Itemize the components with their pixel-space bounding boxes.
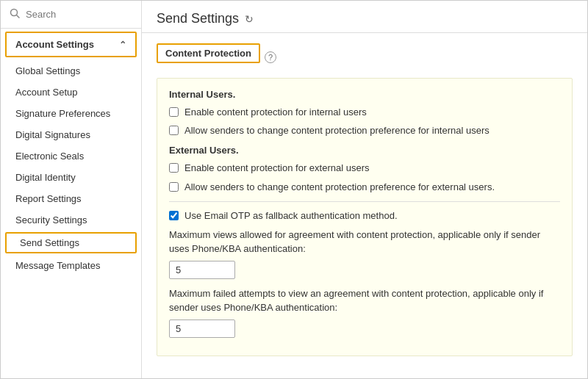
max-failed-input[interactable] (169, 320, 235, 338)
checkbox-label-otp: Use Email OTP as fallback authentication… (184, 209, 398, 223)
checkbox-external-allow[interactable] (169, 182, 179, 192)
search-icon (10, 8, 20, 21)
sidebar-item-account-setup[interactable]: Account Setup (1, 82, 141, 103)
max-views-input[interactable] (169, 261, 235, 279)
sidebar-item-message-templates[interactable]: Message Templates (1, 255, 141, 276)
svg-line-1 (17, 15, 20, 18)
account-settings-label: Account Settings (15, 39, 94, 50)
refresh-icon[interactable]: ↻ (245, 13, 254, 25)
account-settings-header[interactable]: Account Settings ⌃ (5, 32, 137, 57)
checkbox-internal-enable[interactable] (169, 107, 179, 117)
search-box (1, 1, 141, 29)
checkbox-row-internal-enable: Enable content protection for internal u… (169, 106, 560, 119)
sidebar-item-digital-identity[interactable]: Digital Identity (1, 167, 141, 188)
search-input[interactable] (26, 9, 132, 20)
max-views-input-wrap (169, 261, 560, 279)
sidebar-item-send-settings[interactable]: Send Settings (5, 232, 137, 253)
chevron-up-icon: ⌃ (119, 40, 126, 50)
content-protection-section-header: Content Protection (157, 43, 260, 63)
content-area: Internal Users. Enable content protectio… (157, 78, 573, 356)
checkbox-otp[interactable] (169, 211, 179, 220)
external-users-title: External Users. (169, 145, 560, 156)
checkbox-row-otp: Use Email OTP as fallback authentication… (169, 209, 560, 223)
sidebar-item-global-settings[interactable]: Global Settings (1, 60, 141, 82)
sidebar-item-electronic-seals[interactable]: Electronic Seals (1, 145, 141, 167)
checkbox-external-enable[interactable] (169, 163, 179, 173)
checkbox-row-external-allow: Allow senders to change content protecti… (169, 181, 560, 194)
sidebar-item-digital-signatures[interactable]: Digital Signatures (1, 124, 141, 145)
app-container: Account Settings ⌃ Global Settings Accou… (0, 0, 588, 379)
sidebar: Account Settings ⌃ Global Settings Accou… (1, 1, 142, 378)
checkbox-row-external-enable: Enable content protection for external u… (169, 162, 560, 175)
max-failed-desc: Maximum failed attempts to view an agree… (169, 286, 560, 315)
content-protection-label: Content Protection (165, 48, 251, 59)
main-body: Content Protection ? Internal Users. Ena… (142, 33, 587, 378)
max-failed-input-wrap (169, 320, 560, 338)
checkbox-row-internal-allow: Allow senders to change content protecti… (169, 124, 560, 137)
help-icon[interactable]: ? (265, 51, 276, 63)
main-content: Send Settings ↻ Content Protection ? Int… (142, 1, 587, 378)
main-header: Send Settings ↻ (142, 1, 587, 33)
internal-users-title: Internal Users. (169, 89, 560, 100)
page-title: Send Settings (157, 11, 239, 26)
sidebar-nav: Global Settings Account Setup Signature … (1, 60, 141, 378)
separator (169, 201, 560, 202)
max-views-desc: Maximum views allowed for agreement with… (169, 228, 560, 256)
checkbox-label-external-allow: Allow senders to change content protecti… (184, 181, 495, 194)
sidebar-item-security-settings[interactable]: Security Settings (1, 209, 141, 231)
checkbox-label-internal-enable: Enable content protection for internal u… (184, 106, 367, 119)
checkbox-label-internal-allow: Allow senders to change content protecti… (184, 124, 490, 137)
sidebar-item-report-settings[interactable]: Report Settings (1, 188, 141, 209)
checkbox-internal-allow[interactable] (169, 126, 179, 135)
checkbox-label-external-enable: Enable content protection for external u… (184, 162, 369, 175)
sidebar-item-signature-preferences[interactable]: Signature Preferences (1, 103, 141, 124)
